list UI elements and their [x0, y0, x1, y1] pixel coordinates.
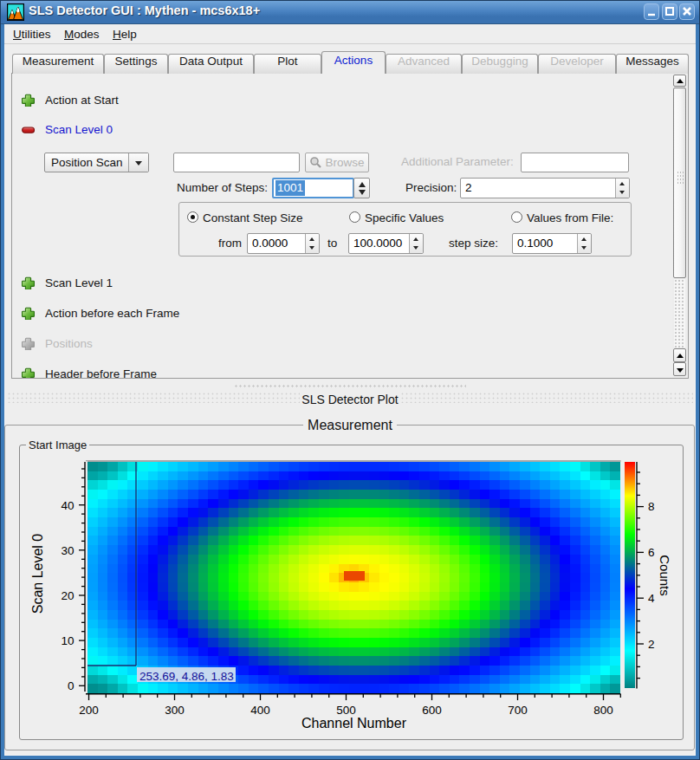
svg-text:10: 10 — [61, 634, 74, 647]
svg-text:300: 300 — [165, 704, 185, 717]
svg-text:4: 4 — [648, 592, 655, 605]
svg-text:600: 600 — [422, 704, 442, 717]
svg-text:253.69, 4.86, 1.83: 253.69, 4.86, 1.83 — [139, 670, 234, 683]
svg-text:200: 200 — [79, 704, 99, 717]
svg-text:6: 6 — [648, 546, 655, 559]
svg-text:400: 400 — [250, 704, 270, 717]
svg-text:Counts: Counts — [658, 555, 672, 596]
svg-text:500: 500 — [336, 704, 356, 717]
svg-text:700: 700 — [508, 704, 528, 717]
svg-text:2: 2 — [648, 638, 655, 651]
svg-text:30: 30 — [61, 544, 74, 557]
svg-text:40: 40 — [61, 499, 74, 512]
svg-text:20: 20 — [61, 589, 74, 602]
svg-text:Scan Level 0: Scan Level 0 — [30, 534, 45, 614]
svg-text:0: 0 — [68, 679, 75, 692]
svg-text:800: 800 — [593, 704, 613, 717]
svg-text:Channel Number: Channel Number — [301, 716, 407, 731]
svg-text:8: 8 — [648, 500, 655, 513]
